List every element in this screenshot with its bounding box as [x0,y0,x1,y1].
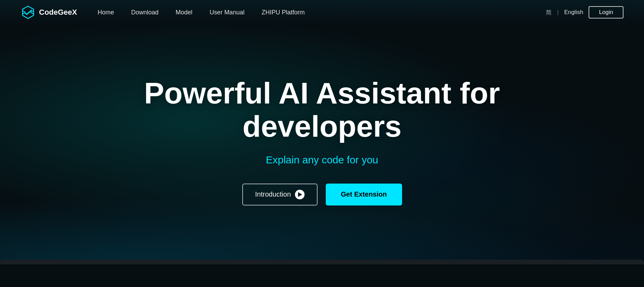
nav-item-user-manual[interactable]: User Manual [209,9,244,16]
nav-link-zhipu[interactable]: ZHIPU Platform [261,9,305,16]
play-triangle [298,192,302,197]
hero-title: Powerful AI Assistant for developers [82,77,562,143]
introduction-button-label: Introduction [255,190,291,198]
nav-item-zhipu[interactable]: ZHIPU Platform [261,9,305,16]
hero-subtitle: Explain any code for you [266,154,378,166]
nav-link-model[interactable]: Model [176,9,192,16]
nav-links: Home Download Model User Manual ZHIPU Pl… [98,9,305,16]
nav-link-user-manual[interactable]: User Manual [209,9,244,16]
logo-text: CodeGeeX [39,8,77,17]
nav-item-download[interactable]: Download [131,9,158,16]
nav-left: CodeGeeX Home Download Model User Manual… [21,5,305,20]
nav-item-model[interactable]: Model [176,9,192,16]
codegex-logo-icon [21,5,36,20]
nav-item-home[interactable]: Home [98,9,114,16]
navbar: CodeGeeX Home Download Model User Manual… [0,0,644,25]
hero-buttons: Introduction Get Extension [242,184,402,205]
play-icon [295,190,305,199]
nav-right: 简 | English Login [546,6,623,18]
login-button[interactable]: Login [589,6,623,18]
lang-en-button[interactable]: English [564,9,583,16]
lang-cn-button[interactable]: 简 [546,9,552,16]
hero-section: Powerful AI Assistant for developers Exp… [0,25,644,264]
introduction-button[interactable]: Introduction [242,184,318,205]
hero-content: Powerful AI Assistant for developers Exp… [82,77,562,205]
bottom-bar [0,260,644,264]
nav-link-home[interactable]: Home [98,9,114,16]
logo-link[interactable]: CodeGeeX [21,5,77,20]
get-extension-button[interactable]: Get Extension [326,184,402,205]
lang-divider: | [557,9,558,16]
nav-link-download[interactable]: Download [131,9,158,16]
